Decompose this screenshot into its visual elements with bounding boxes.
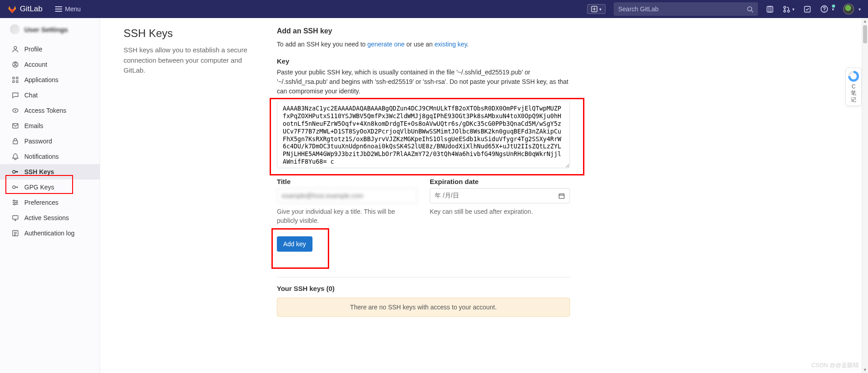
svg-point-17	[15, 110, 16, 111]
sidebar-item-label: Preferences	[24, 199, 58, 206]
float-note-widget[interactable]: C笔记	[845, 68, 862, 106]
svg-rect-25	[13, 216, 18, 219]
sidebar-item-label: Emails	[24, 122, 43, 129]
your-keys-heading: Your SSH keys (0)	[277, 285, 570, 292]
title-label: Title	[277, 178, 417, 185]
watermark: CSDN @@蓝眼睛	[811, 361, 859, 369]
empty-state: There are no SSH keys with access to you…	[277, 298, 570, 317]
sidebar-item-label: GPG Keys	[24, 184, 54, 191]
svg-rect-14	[13, 81, 14, 83]
svg-point-9	[14, 46, 17, 49]
sidebar-item-ssh-keys[interactable]: SSH Keys	[0, 164, 100, 180]
sidebar-header[interactable]: User Settings	[0, 18, 100, 39]
user-avatar-icon	[10, 24, 20, 34]
svg-rect-12	[13, 77, 14, 79]
expiration-label: Expiration date	[430, 178, 570, 185]
plus-square-icon	[591, 6, 597, 12]
sidebar-item-gpg-keys[interactable]: GPG Keys	[0, 180, 100, 195]
sidebar-item-chat[interactable]: Chat	[0, 87, 100, 103]
sidebar-item-notifications[interactable]: Notifications	[0, 149, 100, 164]
svg-point-24	[14, 204, 15, 205]
svg-rect-19	[13, 141, 18, 144]
svg-rect-13	[16, 77, 18, 79]
sidebar-item-access-tokens[interactable]: Access Tokens	[0, 103, 100, 118]
emails-icon	[12, 122, 19, 129]
sidebar-list: Profile Account Applications Chat Access…	[0, 39, 100, 244]
scroll-down-arrow-icon[interactable]: ▼	[862, 368, 868, 372]
search-icon	[747, 6, 753, 13]
chevron-down-icon: ▾	[599, 7, 602, 12]
sidebar-item-label: SSH Keys	[24, 168, 54, 175]
sidebar-item-label: Active Sessions	[24, 214, 69, 221]
issues-icon[interactable]	[766, 5, 774, 13]
preferences-icon	[12, 199, 19, 206]
sidebar-item-account[interactable]: Account	[0, 57, 100, 72]
sidebar-item-password[interactable]: Password	[0, 134, 100, 149]
scroll-up-arrow-icon[interactable]: ▲	[862, 19, 868, 23]
chat-icon	[12, 92, 19, 99]
hamburger-icon	[55, 6, 62, 12]
sidebar-item-label: Applications	[24, 76, 59, 83]
svg-rect-3	[769, 6, 771, 12]
svg-point-1	[748, 6, 752, 10]
gpg-keys-icon	[12, 184, 19, 191]
svg-rect-27	[559, 193, 564, 198]
help-icon[interactable]: ▾	[820, 5, 834, 13]
svg-point-4	[784, 6, 785, 8]
svg-point-6	[788, 10, 790, 12]
svg-point-22	[14, 200, 15, 202]
page-description: SSH keys allow you to establish a secure…	[124, 45, 259, 76]
svg-point-21	[13, 186, 15, 189]
profile-icon	[12, 46, 19, 53]
top-nav: GitLab Menu ▾ ▾ ▾ ▾	[0, 0, 868, 18]
sidebar-title: User Settings	[24, 26, 68, 33]
page-title: SSH Keys	[124, 27, 259, 40]
sidebar-item-label: Access Tokens	[24, 107, 66, 114]
todos-icon[interactable]	[804, 5, 811, 13]
search-wrap[interactable]	[614, 2, 758, 16]
applications-icon	[12, 76, 19, 83]
notifications-icon	[12, 153, 19, 160]
svg-rect-18	[13, 124, 18, 128]
merge-requests-icon[interactable]: ▾	[783, 5, 795, 13]
sidebar-item-profile[interactable]: Profile	[0, 41, 100, 57]
account-icon	[12, 61, 19, 68]
calendar-icon	[558, 193, 565, 199]
svg-point-11	[14, 63, 16, 64]
generate-one-link[interactable]: generate one	[367, 41, 405, 48]
password-icon	[12, 138, 19, 145]
sidebar-item-active-sessions[interactable]: Active Sessions	[0, 210, 100, 226]
menu-button[interactable]: Menu	[55, 5, 81, 13]
expiration-help: Key can still be used after expiration.	[430, 207, 570, 216]
scrollbar-thumb[interactable]	[863, 25, 867, 43]
title-help: Give your individual key a title. This w…	[277, 207, 417, 226]
svg-rect-15	[16, 81, 18, 83]
add-key-button[interactable]: Add key	[277, 236, 312, 252]
auth-log-icon	[12, 230, 19, 237]
page-scrollbar[interactable]: ▲ ▼	[862, 18, 868, 373]
user-menu[interactable]: ▾	[843, 4, 861, 14]
sidebar-item-label: Authentication log	[24, 230, 74, 237]
svg-point-20	[13, 170, 15, 173]
search-input[interactable]	[618, 5, 747, 13]
sidebar-item-preferences[interactable]: Preferences	[0, 195, 100, 210]
sidebar-item-auth-log[interactable]: Authentication log	[0, 226, 100, 241]
add-key-text: To add an SSH key you need to generate o…	[277, 40, 570, 49]
existing-key-link[interactable]: existing key	[435, 41, 467, 48]
sidebar-item-label: Password	[24, 138, 52, 145]
ssh-key-textarea[interactable]	[277, 101, 570, 168]
avatar	[843, 4, 854, 14]
topnav-right: ▾ ▾ ▾ ▾	[587, 2, 861, 16]
expiration-input[interactable]: 年 /月/日	[430, 188, 570, 203]
sidebar-item-emails[interactable]: Emails	[0, 118, 100, 134]
svg-point-23	[16, 202, 18, 203]
key-help-text: Paste your public SSH key, which is usua…	[277, 68, 570, 96]
note-widget-icon	[848, 71, 859, 82]
date-placeholder: 年 /月/日	[435, 192, 459, 200]
title-input[interactable]	[277, 188, 417, 203]
note-widget-label: C笔记	[851, 83, 856, 103]
access-tokens-icon	[12, 107, 19, 114]
new-dropdown[interactable]: ▾	[587, 4, 606, 14]
brand-wrap[interactable]: GitLab	[7, 4, 42, 14]
sidebar-item-applications[interactable]: Applications	[0, 72, 100, 87]
